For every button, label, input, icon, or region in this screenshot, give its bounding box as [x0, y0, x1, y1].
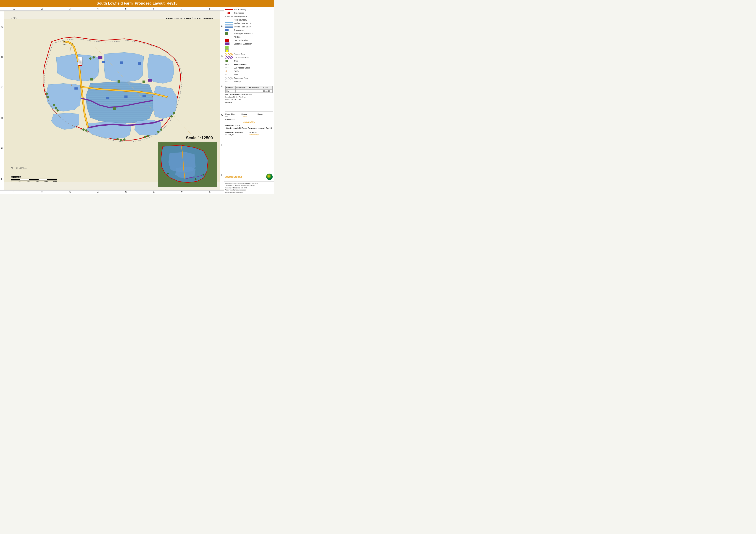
legend-symbol-transformer [225, 29, 233, 32]
capacity-value: 49.90 MWp [225, 121, 273, 124]
legend-yellow-item [225, 49, 273, 52]
title-bar: South Lowfield Farm_Proposed Layout_Rev1… [0, 0, 274, 7]
sheet-value: 1 [257, 115, 273, 117]
legend-section: Site Boundary Site Access Security Fence [224, 7, 274, 85]
main-container: 1 2 3 4 5 6 7 8 A B C D E F 1 2 3 4 5 6 … [0, 7, 274, 194]
svg-marker-85 [225, 12, 233, 14]
grid-col-1: 1 [0, 7, 28, 10]
scale-seg-2 [20, 179, 29, 181]
svg-point-49 [53, 104, 55, 106]
grid-col-b-8: 8 [196, 191, 224, 194]
grid-col-b-3: 3 [56, 191, 84, 194]
grid-row-C: C [0, 72, 4, 103]
scale-main-text: Scale 1:12500 [186, 136, 213, 140]
drawing-number-status: DRAWING NUMBER: SLOW_01 STATUS: Prelimin… [225, 130, 273, 136]
legend-field-boundary: Field Boundary [225, 18, 273, 21]
scale-num-500: 500 [53, 181, 57, 183]
legend-label-dno-substation: DNO Substation [234, 39, 248, 42]
legend-symbol-toilet: ♦ [225, 73, 233, 76]
bp-logo [266, 174, 273, 180]
notes-label: NOTES: [225, 101, 273, 103]
postcode-value: Postcode: DL7 0SY [225, 98, 273, 100]
scale-seg-1 [11, 179, 20, 181]
date-header: DATE [262, 86, 272, 90]
legend-symbol-site-access [225, 12, 233, 14]
date-value: 06.12.18 [262, 90, 272, 93]
lightsource-label: lightsourcebp [225, 175, 242, 178]
legend-module-28x4: Module Table 28 x 4 [225, 25, 273, 28]
legend-symbol-cctv: ⊕ [225, 70, 233, 72]
sheet-label: Sheet: [257, 113, 273, 115]
grid-col-4: 4 [84, 7, 112, 10]
svg-rect-35 [102, 61, 105, 63]
grid-labels-bottom: 1 2 3 4 5 6 7 8 [0, 190, 224, 194]
svg-point-63 [46, 96, 49, 98]
svg-point-65 [89, 57, 92, 60]
legend-access-gates: DG3 Access Gates [225, 63, 273, 66]
svg-rect-43 [118, 80, 120, 83]
paper-size-block: Paper Size: A3 [225, 112, 240, 118]
scale-block: Scale: 1:3000 [241, 112, 256, 118]
grid-row-r-A: A [220, 12, 224, 41]
address-line2: 7th Floor, 33 Holborn, London, EC1N 2HU [225, 184, 273, 187]
svg-rect-36 [120, 62, 123, 64]
legend-symbol-ll-access-road [225, 56, 233, 59]
grid-col-b-4: 4 [84, 191, 112, 194]
legend-symbol-ac-bus [225, 36, 233, 38]
grid-row-r-C: C [220, 71, 224, 100]
map-drawing: Area 921,377 m2 (227.67 acres) N [4, 12, 220, 189]
svg-rect-42 [91, 78, 93, 81]
info-header-row: DRAWN CHECKED APPROVED DATE [226, 86, 273, 90]
scale-num-0: 0 [11, 181, 12, 183]
svg-point-59 [157, 131, 160, 133]
grid-row-r-D: D [220, 100, 224, 130]
checked-value [236, 90, 248, 93]
legend-compound-area: Compound Area [225, 77, 273, 79]
grid-col-b-2: 2 [28, 191, 56, 194]
svg-point-84 [202, 174, 204, 176]
thumbnail-svg [158, 142, 217, 187]
paper-size-label: Paper Size: [225, 113, 240, 115]
legend-label-ac-bus: AC Bus [234, 36, 240, 38]
svg-rect-47 [148, 79, 152, 82]
grid-col-8: 8 [196, 7, 224, 10]
legend-label-toilet: Toilet [234, 73, 238, 76]
status-label: STATUS: [250, 131, 273, 133]
grid-labels-top: 1 2 3 4 5 6 7 8 [0, 7, 224, 11]
legend-label-compound: Compound Area [234, 77, 248, 79]
svg-text:A3 - (420 x 297)mm: A3 - (420 x 297)mm [11, 167, 27, 169]
scale-seg-5 [47, 179, 57, 181]
legend-symbol-site-boundary [225, 8, 233, 11]
legend-set-pipe: Set Pipe [225, 80, 273, 83]
address-section: Lightsource Renewable Development Limite… [224, 182, 274, 194]
grid-row-D: D [0, 103, 4, 133]
legend-module-14x4: Module Table 14 x 4 [225, 22, 273, 25]
scale-seg-3 [29, 179, 38, 181]
drawing-number-label: DRAWING NUMBER: [225, 131, 249, 133]
legend-symbol-access-road [225, 53, 233, 55]
svg-point-82 [167, 173, 169, 175]
scale-numbers: 0 100 200 300 400 500 [11, 181, 57, 183]
grid-row-B: B [0, 42, 4, 72]
capacity-label: CAPACITY: [225, 119, 273, 121]
right-panel: Site Boundary Site Access Security Fence [224, 7, 274, 194]
drawing-title-value: South Lowfield Farm_Proposed Layout_Rev1… [225, 127, 273, 129]
legend-label-access-gates: Access Gates [234, 63, 247, 66]
legend-label-module-14x4: Module Table 14 x 4 [234, 22, 251, 24]
drawn-value: GM [226, 90, 236, 93]
legend-symbol-module-28x4 [225, 25, 233, 28]
scale-bar: METERS 0 100 200 300 400 500 [11, 175, 57, 183]
svg-point-55 [120, 139, 122, 141]
grid-col-2: 2 [28, 7, 56, 10]
grid-row-F: F [0, 164, 4, 194]
legend-symbol-security-fence [225, 15, 233, 18]
legend-site-boundary: Site Boundary [225, 8, 273, 11]
legend-ac-bus: AC Bus [225, 36, 273, 38]
legend-symbol-lime [225, 46, 233, 49]
legend-symbol-yellow [225, 49, 233, 52]
drawing-number-value: SLOW_01 [225, 134, 249, 136]
grid-labels-right: A B C D E F [220, 12, 224, 189]
legend-symbol-switchgear [225, 32, 233, 35]
svg-point-51 [57, 109, 59, 112]
legend-access-road: Access Road [225, 53, 273, 55]
